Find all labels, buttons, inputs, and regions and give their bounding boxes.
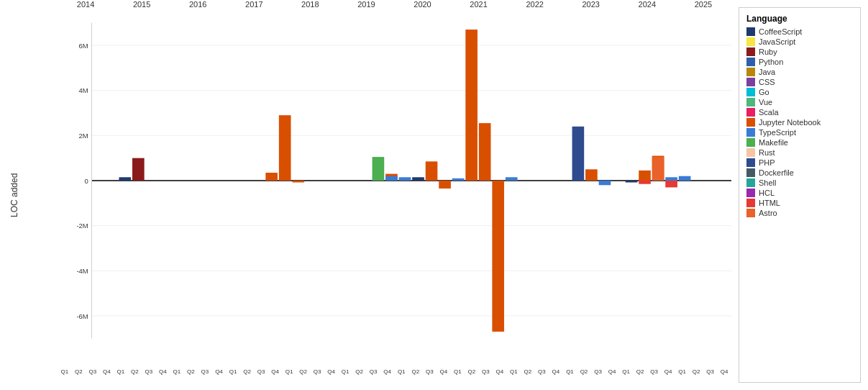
legend-color-swatch bbox=[746, 148, 755, 157]
x-quarter-label: Q2 bbox=[524, 368, 532, 375]
x-quarter-label: Q1 bbox=[285, 368, 293, 375]
x-bottom-labels: Q1Q2Q3Q4Q1Q2Q3Q4Q1Q2Q3Q4Q1Q2Q3Q4Q1Q2Q3Q4… bbox=[58, 368, 731, 390]
y-axis-label: LOC added bbox=[4, 0, 25, 390]
x-quarter-label: Q3 bbox=[201, 368, 209, 375]
bar bbox=[399, 177, 411, 181]
bar bbox=[652, 157, 664, 181]
x-quarter-label: Q1 bbox=[173, 368, 181, 375]
plot-outer: 2014201520162017201820192020202120222023… bbox=[25, 0, 735, 390]
x-quarter-label: Q2 bbox=[467, 368, 475, 375]
x-quarter-label: Q1 bbox=[117, 368, 125, 375]
legend: Language CoffeeScriptJavaScriptRubyPytho… bbox=[739, 7, 861, 383]
legend-item: Ruby bbox=[746, 47, 853, 56]
legend-color-swatch bbox=[746, 178, 755, 187]
bar bbox=[506, 177, 518, 181]
x-quarter-label: Q4 bbox=[215, 368, 223, 375]
x-quarter-label: Q1 bbox=[342, 368, 350, 375]
x-quarter-label: Q1 bbox=[566, 368, 574, 375]
legend-item-label: HTML bbox=[759, 199, 780, 207]
legend-item: Jupyter Notebook bbox=[746, 118, 853, 127]
legend-item-label: Python bbox=[759, 58, 783, 66]
legend-item: HTML bbox=[746, 199, 853, 207]
x-quarter-label: Q2 bbox=[355, 368, 363, 375]
legend-item-label: TypeScript bbox=[759, 128, 796, 137]
x-quarter-label: Q3 bbox=[145, 368, 153, 375]
legend-color-swatch bbox=[746, 199, 755, 207]
legend-item: Dockerfile bbox=[746, 168, 853, 177]
x-bottom-group: Q1Q2Q3Q4 bbox=[114, 368, 170, 390]
legend-color-swatch bbox=[746, 78, 755, 86]
bar bbox=[492, 181, 504, 332]
x-quarter-label: Q2 bbox=[131, 368, 139, 375]
x-quarter-label: Q2 bbox=[243, 368, 251, 375]
x-quarter-label: Q2 bbox=[299, 368, 307, 375]
bar bbox=[572, 127, 585, 181]
legend-title: Language bbox=[746, 14, 853, 24]
x-quarter-label: Q4 bbox=[383, 368, 391, 375]
x-quarter-label: Q4 bbox=[271, 368, 279, 375]
legend-color-swatch bbox=[746, 209, 755, 217]
x-quarter-label: Q4 bbox=[608, 368, 616, 375]
legend-item: Vue bbox=[746, 98, 853, 106]
legend-color-swatch bbox=[746, 68, 755, 76]
bar bbox=[373, 157, 385, 181]
legend-item: TypeScript bbox=[746, 128, 853, 137]
x-quarter-label: Q3 bbox=[88, 368, 96, 375]
x-bottom-group: Q1Q2Q3Q4 bbox=[170, 368, 226, 390]
bar bbox=[585, 169, 598, 181]
legend-item-label: Rust bbox=[759, 148, 775, 157]
x-quarter-label: Q3 bbox=[257, 368, 265, 375]
bar bbox=[665, 177, 677, 181]
bar bbox=[439, 181, 451, 189]
bar bbox=[479, 123, 491, 181]
x-quarter-label: Q3 bbox=[650, 368, 658, 375]
x-bottom-group: Q1Q2Q3Q4 bbox=[338, 368, 394, 390]
svg-text:-2M: -2M bbox=[76, 222, 88, 230]
bar bbox=[679, 176, 691, 181]
bar bbox=[452, 178, 465, 181]
legend-item: CSS bbox=[746, 78, 853, 86]
x-quarter-label: Q4 bbox=[103, 368, 111, 375]
legend-item-label: CSS bbox=[759, 78, 775, 86]
x-quarter-label: Q3 bbox=[538, 368, 546, 375]
x-quarter-label: Q2 bbox=[75, 368, 83, 375]
legend-color-swatch bbox=[746, 98, 755, 106]
legend-color-swatch bbox=[746, 58, 755, 66]
x-quarter-label: Q1 bbox=[622, 368, 630, 375]
legend-color-swatch bbox=[746, 27, 755, 36]
bar bbox=[385, 176, 398, 181]
legend-item: Scala bbox=[746, 108, 853, 117]
x-quarter-label: Q3 bbox=[482, 368, 490, 375]
legend-item-label: HCL bbox=[759, 189, 775, 197]
x-bottom-group: Q1Q2Q3Q4 bbox=[282, 368, 338, 390]
x-quarter-label: Q1 bbox=[60, 368, 68, 375]
x-top-label: 2021 bbox=[451, 0, 507, 14]
plot-inner: -6M-4M-2M02M4M6M bbox=[58, 14, 731, 347]
bar bbox=[119, 177, 131, 181]
bar bbox=[279, 115, 291, 181]
svg-text:-6M: -6M bbox=[76, 312, 88, 320]
legend-item-label: Dockerfile bbox=[759, 168, 794, 177]
legend-color-swatch bbox=[746, 128, 755, 137]
x-top-labels: 2014201520162017201820192020202120222023… bbox=[58, 0, 731, 14]
x-quarter-label: Q3 bbox=[314, 368, 321, 375]
bar bbox=[132, 158, 145, 181]
bar bbox=[465, 30, 478, 181]
legend-color-swatch bbox=[746, 138, 755, 147]
x-bottom-group: Q1Q2Q3Q4 bbox=[451, 368, 507, 390]
legend-item-label: Scala bbox=[759, 108, 779, 117]
bar bbox=[626, 181, 638, 183]
legend-color-swatch bbox=[746, 47, 755, 56]
legend-color-swatch bbox=[746, 88, 755, 96]
x-bottom-group: Q1Q2Q3Q4 bbox=[226, 368, 282, 390]
legend-item: Astro bbox=[746, 209, 853, 217]
legend-item-label: CoffeeScript bbox=[759, 27, 802, 36]
bar bbox=[265, 173, 278, 181]
x-bottom-group: Q1Q2Q3Q4 bbox=[507, 368, 563, 390]
main-chart-svg: -6M-4M-2M02M4M6M bbox=[58, 14, 731, 347]
x-quarter-label: Q2 bbox=[187, 368, 195, 375]
svg-text:-4M: -4M bbox=[76, 267, 88, 275]
legend-item-label: Vue bbox=[759, 98, 772, 106]
x-quarter-label: Q4 bbox=[721, 368, 728, 375]
svg-text:4M: 4M bbox=[79, 86, 88, 94]
